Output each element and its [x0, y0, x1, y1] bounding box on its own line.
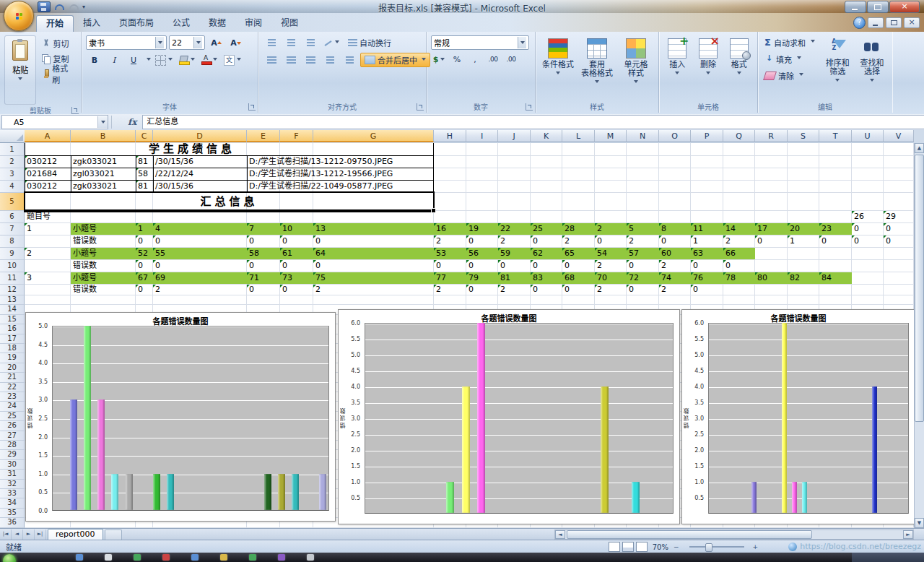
column-header-B[interactable]: B — [71, 130, 136, 142]
align-bottom-button[interactable] — [302, 35, 319, 50]
cell-H12[interactable]: 2 — [434, 285, 466, 295]
column-header-A[interactable]: A — [25, 130, 71, 142]
row-header-32[interactable]: 32 — [0, 480, 25, 489]
styles-item-button[interactable]: 套用表格格式 — [579, 35, 615, 95]
cell-E10[interactable]: 0 — [247, 260, 280, 272]
taskbar-item[interactable] — [191, 554, 199, 561]
cell-F8[interactable]: 0 — [280, 235, 313, 247]
cell-E3[interactable]: D:/学生试卷扫描/13-1212-19566.JPEG — [247, 168, 434, 180]
row-header-5[interactable]: 5 — [0, 193, 25, 211]
cell-Q10[interactable]: 0 — [723, 260, 755, 272]
taskbar-item[interactable] — [162, 554, 170, 561]
cell-Q9[interactable]: 66 — [723, 248, 755, 259]
cell-C3[interactable]: 58 — [136, 168, 153, 180]
column-header-M[interactable]: M — [595, 130, 627, 142]
cell-C10[interactable]: 0 — [136, 260, 153, 272]
phonetic-guide-button[interactable]: 文 — [222, 53, 243, 67]
cell-M11[interactable]: 70 — [595, 272, 627, 284]
cell-A3[interactable]: 021684 — [25, 168, 71, 180]
font-name-select[interactable]: 隶书 — [86, 35, 167, 50]
cell-N10[interactable]: 0 — [627, 260, 659, 272]
cell-K9[interactable]: 62 — [531, 248, 562, 259]
row-header-9[interactable]: 9 — [0, 248, 25, 260]
cell-F11[interactable]: 73 — [280, 272, 313, 284]
increase-decimal-button[interactable]: .00 — [485, 53, 501, 67]
cell-O9[interactable]: 60 — [659, 248, 691, 259]
cell-E2[interactable]: D:/学生试卷扫描/13-1212-09750.JPEG — [247, 156, 434, 168]
column-header-U[interactable]: U — [852, 130, 884, 142]
cell-I10[interactable]: 0 — [466, 260, 498, 272]
cell-P10[interactable]: 0 — [691, 260, 723, 272]
cell-P11[interactable]: 76 — [691, 272, 723, 284]
row-header-28[interactable]: 28 — [0, 441, 25, 450]
align-right-button[interactable] — [302, 53, 319, 67]
cell-C12[interactable]: 0 — [136, 285, 153, 295]
zoom-in-icon[interactable]: + — [752, 543, 758, 550]
cell-D2[interactable]: /30/15/36 — [153, 156, 247, 168]
cell-K8[interactable]: 0 — [531, 235, 562, 247]
decrease-indent-button[interactable] — [321, 53, 339, 67]
cell-C8[interactable]: 0 — [136, 235, 153, 247]
fill-color-button[interactable] — [177, 53, 197, 67]
tab-插入[interactable]: 插入 — [74, 15, 110, 32]
cell-N7[interactable]: 5 — [627, 223, 659, 235]
paste-button[interactable]: 粘贴 — [4, 35, 36, 105]
align-left-button[interactable] — [263, 53, 280, 67]
row-header-31[interactable]: 31 — [0, 470, 25, 479]
cell-N11[interactable]: 72 — [627, 272, 659, 284]
cell-D3[interactable]: /22/12/24 — [153, 168, 247, 180]
increase-indent-button[interactable] — [341, 53, 358, 67]
cell-P8[interactable]: 1 — [691, 235, 723, 247]
cell-G10[interactable]: 0 — [313, 260, 434, 272]
row-header-23[interactable]: 23 — [0, 392, 25, 402]
row-header-33[interactable]: 33 — [0, 489, 25, 498]
cell-H7[interactable]: 16 — [434, 223, 466, 235]
align-middle-button[interactable] — [282, 35, 300, 50]
cell-N8[interactable]: 2 — [627, 235, 659, 247]
grow-font-button[interactable]: A — [207, 35, 225, 50]
row-header-1[interactable]: 1 — [0, 143, 25, 156]
taskbar-item[interactable] — [105, 554, 112, 561]
insert-worksheet-tab[interactable] — [105, 529, 122, 540]
cell-U7[interactable]: 0 — [852, 223, 884, 235]
scroll-left-icon[interactable]: ◄ — [555, 530, 565, 539]
cell-D8[interactable]: 0 — [153, 235, 247, 247]
cell-N9[interactable]: 57 — [627, 248, 659, 259]
cell-D9[interactable]: 55 — [153, 248, 247, 259]
maximize-button[interactable] — [867, 1, 889, 13]
cell-B2[interactable]: zgk033021 — [71, 156, 136, 168]
cell-D10[interactable]: 0 — [153, 260, 247, 272]
column-header-R[interactable]: R — [755, 130, 788, 142]
cell-D12[interactable]: 2 — [153, 285, 247, 295]
office-button[interactable] — [4, 1, 34, 31]
column-header-E[interactable]: E — [247, 130, 280, 142]
row-header-22[interactable]: 22 — [0, 383, 25, 392]
column-header-P[interactable]: P — [691, 130, 723, 142]
next-sheet-icon[interactable]: ► — [23, 529, 35, 540]
fill-button[interactable]: 填充 — [762, 52, 819, 66]
cell-U8[interactable]: 0 — [852, 235, 884, 247]
row-header-7[interactable]: 7 — [0, 223, 25, 235]
tab-公式[interactable]: 公式 — [163, 15, 199, 32]
cell-Q7[interactable]: 14 — [723, 223, 755, 235]
cell-F10[interactable]: 0 — [280, 260, 313, 272]
cell-A7[interactable]: 1 — [25, 223, 71, 235]
cell-J7[interactable]: 22 — [498, 223, 531, 235]
cell-J9[interactable]: 59 — [498, 248, 531, 259]
cell-M10[interactable]: 2 — [595, 260, 627, 272]
cell-L7[interactable]: 28 — [562, 223, 595, 235]
dialog-launcher-icon[interactable] — [71, 107, 79, 114]
cell-E8[interactable]: 0 — [247, 235, 280, 247]
save-icon[interactable] — [38, 1, 51, 12]
cell-O12[interactable]: 2 — [659, 285, 691, 295]
row-header-21[interactable]: 21 — [0, 373, 25, 382]
taskbar-item[interactable] — [307, 554, 314, 561]
minimize-button[interactable] — [845, 1, 866, 13]
row-header-27[interactable]: 27 — [0, 431, 25, 441]
cell-H8[interactable]: 2 — [434, 235, 466, 247]
cell-L12[interactable]: 0 — [562, 285, 595, 295]
cell-E12[interactable]: 0 — [247, 285, 280, 295]
underline-dropdown-icon[interactable] — [147, 58, 151, 63]
cell-P12[interactable]: 0 — [691, 285, 723, 295]
row-header-17[interactable]: 17 — [0, 334, 25, 344]
